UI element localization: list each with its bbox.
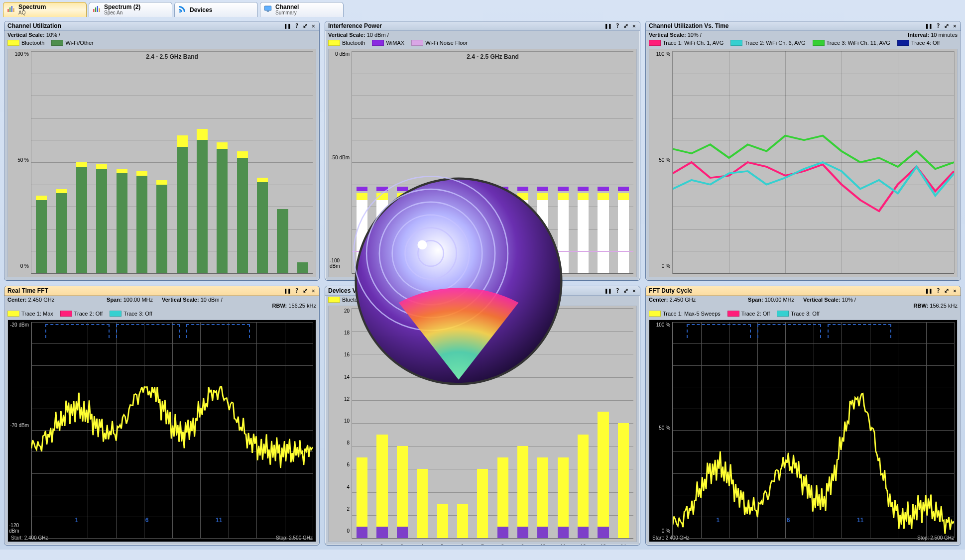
legend: Trace 1: MaxTrace 2: OffTrace 3: Off	[4, 310, 319, 318]
close-button[interactable]: ✕	[952, 287, 958, 294]
feed-icon	[178, 4, 187, 15]
pause-button[interactable]: ❚❚	[283, 287, 292, 294]
close-button[interactable]: ✕	[311, 287, 316, 294]
legend-item[interactable]: Trace 3: Off	[777, 311, 819, 317]
pause-button[interactable]: ❚❚	[603, 22, 612, 29]
svg-rect-2	[11, 6, 12, 12]
bars-icon	[92, 4, 101, 15]
bar-bt-cap	[376, 193, 387, 200]
legend-item[interactable]: Wi-Fi Noise Floor	[411, 40, 468, 46]
tab-spectrum[interactable]: SpectrumAQ	[3, 2, 87, 17]
panel-title: Real Time FFT	[7, 287, 48, 294]
close-button[interactable]: ✕	[631, 22, 637, 29]
legend-item[interactable]: Bluetooth	[328, 297, 365, 303]
close-button[interactable]: ✕	[311, 22, 316, 29]
legend-item[interactable]: Bluetooth	[328, 40, 365, 46]
bar-wimax-cap	[357, 187, 367, 191]
help-button[interactable]: ?	[615, 22, 620, 29]
svg-rect-6	[97, 6, 98, 12]
tab-bar: SpectrumAQSpectrum (2)Spec AnDevicesChan…	[0, 0, 965, 17]
bar-wimax-cap	[437, 187, 448, 191]
legend-swatch	[411, 40, 423, 46]
pause-button[interactable]: ❚❚	[924, 287, 933, 294]
bar-bt-cap	[477, 193, 488, 200]
zoom-button[interactable]: ⤢	[622, 22, 629, 29]
bar-bluetooth	[558, 457, 569, 538]
legend-item[interactable]: WiMAX	[372, 40, 404, 46]
legend-swatch	[727, 311, 739, 317]
legend-item[interactable]: Trace 3: WiFi Ch. 11, AVG	[813, 40, 890, 46]
bar-bluetooth	[376, 435, 387, 538]
bar-wifi	[96, 169, 107, 273]
pause-button[interactable]: ❚❚	[283, 22, 292, 29]
legend-item[interactable]: Trace 3: Off	[110, 311, 152, 317]
legend-item[interactable]: Trace 2: WiFi Ch. 6, AVG	[730, 40, 805, 46]
plot-interference-power[interactable]: 0 dBm-50 dBm-100 dBm 2.4 - 2.5 GHz Band …	[328, 49, 637, 277]
bar-wifi	[257, 182, 268, 273]
plot-fft-duty-cycle[interactable]: 100 %50 %0 % 1611 Start: 2.400 GHz Stop:…	[649, 320, 958, 542]
plot-utilization-vs-time[interactable]: 100 %50 %0 % 15:50:5515:52:5515:54:5515:…	[649, 49, 958, 277]
bar-wimax-cap	[618, 187, 629, 191]
tab-title: Spectrum (2)	[104, 4, 140, 10]
legend-swatch	[7, 311, 19, 317]
zoom-button[interactable]: ⤢	[943, 22, 950, 29]
legend-item[interactable]: Bluetooth	[7, 40, 44, 46]
bar-body	[558, 200, 569, 273]
panel-fft-duty-cycle: FFT Duty Cycle ❚❚ ? ⤢ ✕ Center: 2.450 GH…	[645, 286, 961, 546]
bar-wifi	[197, 140, 208, 273]
help-button[interactable]: ?	[294, 287, 300, 294]
legend-item[interactable]: Trace 2: Off	[727, 311, 770, 317]
zoom-button[interactable]: ⤢	[943, 287, 950, 294]
legend-item[interactable]: Trace 1: Max-5 Sweeps	[649, 311, 721, 317]
tab-subtitle: Summary	[275, 10, 299, 15]
zoom-button[interactable]: ⤢	[302, 287, 309, 294]
panel-title: Channel Utilization Vs. Time	[649, 22, 728, 29]
legend-swatch	[730, 40, 742, 46]
help-button[interactable]: ?	[936, 287, 941, 294]
bar-bluetooth	[598, 412, 608, 538]
svg-rect-1	[9, 7, 10, 12]
legend-item[interactable]: Trace 2: Off	[60, 311, 103, 317]
help-button[interactable]: ?	[936, 22, 941, 29]
bar-bluetooth-cap	[96, 164, 107, 169]
bar-wifi	[277, 209, 288, 273]
pause-button[interactable]: ❚❚	[603, 287, 612, 294]
bar-bluetooth	[477, 469, 488, 538]
zoom-button[interactable]: ⤢	[622, 287, 629, 294]
tab-channel[interactable]: ChannelSummary	[260, 2, 344, 17]
legend-label: WiMAX	[386, 40, 404, 46]
bar-wimax-cap	[477, 187, 488, 191]
panel-channel-utilization: Channel Utilization ❚❚ ? ⤢ ✕ Vertical Sc…	[4, 21, 320, 281]
legend-label: Bluetooth	[21, 40, 44, 46]
close-button[interactable]: ✕	[631, 287, 637, 294]
plot-channel-utilization[interactable]: 100 %50 %0 % 2.4 - 2.5 GHz Band 12345678…	[7, 49, 316, 277]
tab-spectrum-2-[interactable]: Spectrum (2)Spec An	[89, 2, 172, 17]
legend-item[interactable]: Wi-Fi/Other	[51, 40, 93, 46]
bar-bluetooth-cap	[156, 180, 167, 185]
close-button[interactable]: ✕	[952, 22, 958, 29]
plot-real-time-fft[interactable]: -20 dBm-70 dBm-120 dBm 1611 Start: 2.400…	[7, 320, 316, 542]
legend-swatch	[328, 297, 340, 303]
bar-bluetooth-cap	[117, 169, 127, 173]
bar-bluetooth	[517, 446, 528, 538]
legend: Bluetooth	[325, 296, 640, 304]
panel-devices-vs-channel: Devices Vs. Channel ❚❚ ? ⤢ ✕ Bluetooth 2…	[325, 286, 640, 546]
bar-wimax-cap	[417, 187, 428, 191]
plot-devices-vs-channel[interactable]: 20181614121086420 1234567891011121314	[328, 306, 637, 542]
bar-wimax-cap	[457, 187, 468, 191]
pause-button[interactable]: ❚❚	[924, 22, 933, 29]
legend-item[interactable]: Trace 1: WiFi Ch. 1, AVG	[649, 40, 724, 46]
help-button[interactable]: ?	[294, 22, 300, 29]
bar-bluetooth	[437, 504, 448, 538]
help-button[interactable]: ?	[615, 287, 620, 294]
zoom-button[interactable]: ⤢	[302, 22, 309, 29]
tab-devices[interactable]: Devices	[174, 2, 258, 17]
bar-bluetooth-cap	[177, 135, 188, 146]
stop-freq: Stop: 2.500 GHz	[276, 535, 313, 541]
bar-body	[598, 200, 608, 273]
bar-wimax-cap	[598, 187, 608, 191]
legend-label: Trace 3: Off	[123, 311, 152, 317]
legend-item[interactable]: Trace 4: Off	[897, 40, 940, 46]
legend-item[interactable]: Trace 1: Max	[7, 311, 53, 317]
tab-title: Spectrum	[18, 4, 46, 10]
